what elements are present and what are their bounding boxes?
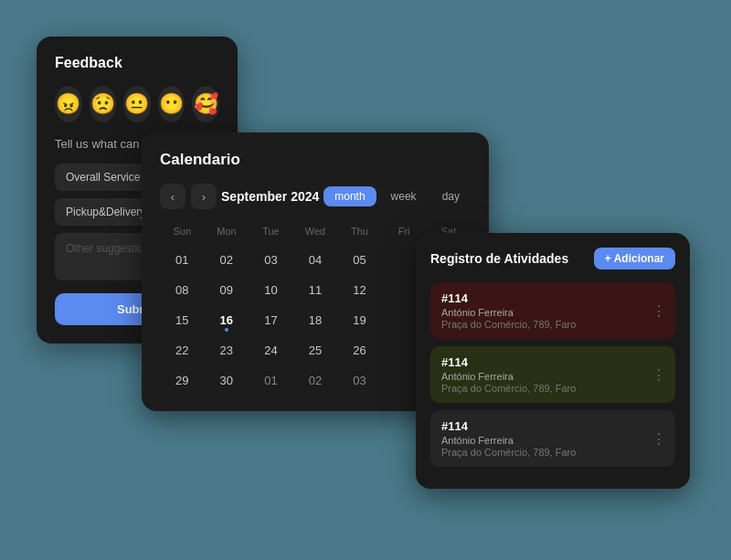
cal-cell-3-3[interactable]: 25: [293, 336, 338, 365]
activity-header: Registro de Atividades + Adicionar: [430, 248, 675, 269]
cal-cell-3-4[interactable]: 26: [337, 336, 382, 365]
cal-cell-1-1[interactable]: 09: [205, 276, 249, 304]
cal-cell-0-2[interactable]: 03: [249, 246, 293, 274]
cal-cell-4-3[interactable]: 02: [293, 366, 338, 395]
activity-item-0[interactable]: #114 António Ferreira Praça do Comércio,…: [430, 282, 675, 339]
activity-item-id-2: #114: [441, 419, 664, 433]
cal-cell-0-4[interactable]: 05: [337, 246, 382, 274]
calendar-next-button[interactable]: ›: [191, 184, 217, 209]
cal-cell-4-0[interactable]: 29: [160, 366, 205, 395]
cal-cell-1-3[interactable]: 11: [293, 276, 338, 304]
cal-cell-3-0[interactable]: 22: [160, 336, 205, 365]
cal-cell-0-1[interactable]: 02: [205, 246, 249, 274]
calendar-header: ‹ › September 2024 month week day: [160, 184, 471, 209]
emoji-4[interactable]: 🥰: [192, 86, 219, 122]
activity-item-2[interactable]: #114 António Ferreira Praça do Comércio,…: [430, 410, 675, 467]
calendar-view-week[interactable]: week: [380, 186, 428, 206]
cal-cell-3-1[interactable]: 23: [205, 336, 249, 365]
cal-day-tue: Tue: [249, 222, 293, 240]
calendar-nav: ‹ ›: [160, 184, 217, 209]
cal-cell-0-0[interactable]: 01: [160, 246, 205, 274]
feedback-title: Feedback: [55, 55, 219, 71]
activity-item-menu-1[interactable]: ⋮: [652, 366, 666, 384]
cal-cell-4-2[interactable]: 01: [249, 366, 293, 395]
cal-cell-1-4[interactable]: 12: [337, 276, 382, 304]
cal-cell-2-3[interactable]: 18: [293, 306, 338, 334]
calendar-view-month[interactable]: month: [323, 186, 376, 206]
cal-cell-4-4[interactable]: 03: [337, 366, 382, 395]
activity-item-name-1: António Ferreira: [441, 371, 664, 382]
emoji-2[interactable]: 😐: [123, 86, 151, 122]
emoji-3[interactable]: 😶: [158, 86, 185, 122]
cal-day-thu: Thu: [337, 222, 382, 240]
activity-item-menu-0[interactable]: ⋮: [652, 302, 666, 320]
activity-card: Registro de Atividades + Adicionar #114 …: [416, 233, 690, 489]
cal-cell-2-1[interactable]: 16: [205, 306, 249, 334]
cal-cell-2-0[interactable]: 15: [160, 306, 205, 334]
cal-day-wed: Wed: [293, 222, 338, 240]
activity-item-address-2: Praça do Comércio, 789, Faro: [441, 447, 664, 458]
calendar-view-buttons: month week day: [323, 186, 471, 206]
activity-item-name-0: António Ferreira: [441, 307, 664, 318]
emoji-row: 😠😟😐😶🥰: [55, 86, 219, 122]
cal-cell-4-1[interactable]: 30: [205, 366, 249, 395]
calendar-prev-button[interactable]: ‹: [160, 184, 185, 209]
cal-cell-1-0[interactable]: 08: [160, 276, 205, 304]
cal-day-mon: Mon: [205, 222, 249, 240]
activity-title: Registro de Atividades: [430, 251, 568, 266]
cal-cell-3-2[interactable]: 24: [249, 336, 293, 365]
calendar-month-label: September 2024: [221, 189, 319, 204]
calendar-title: Calendario: [160, 151, 471, 169]
calendar-view-day[interactable]: day: [431, 186, 471, 206]
activity-item-1[interactable]: #114 António Ferreira Praça do Comércio,…: [430, 346, 675, 403]
activity-item-id-0: #114: [441, 291, 664, 305]
activity-item-address-1: Praça do Comércio, 789, Faro: [441, 383, 664, 394]
cal-cell-2-4[interactable]: 19: [337, 306, 382, 334]
cal-cell-2-2[interactable]: 17: [249, 306, 293, 334]
cal-cell-1-2[interactable]: 10: [249, 276, 293, 304]
cal-day-sun: Sun: [160, 222, 205, 240]
emoji-0[interactable]: 😠: [55, 86, 82, 122]
activity-item-name-2: António Ferreira: [441, 435, 664, 446]
activity-item-menu-2[interactable]: ⋮: [652, 430, 666, 448]
activity-item-address-0: Praça do Comércio, 789, Faro: [441, 319, 664, 330]
emoji-1[interactable]: 😟: [90, 86, 117, 122]
activity-add-button[interactable]: + Adicionar: [594, 248, 675, 269]
cal-cell-0-3[interactable]: 04: [293, 246, 338, 274]
activity-items: #114 António Ferreira Praça do Comércio,…: [430, 282, 675, 467]
activity-item-id-1: #114: [441, 355, 664, 369]
